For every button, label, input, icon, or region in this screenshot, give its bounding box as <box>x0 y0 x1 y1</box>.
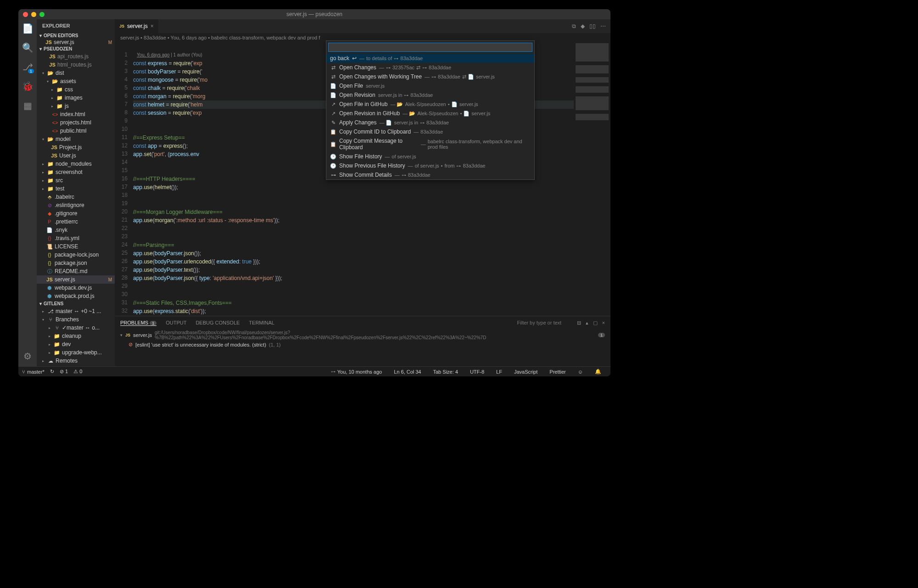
tree-item[interactable]: JShtml_routes.js <box>37 61 115 69</box>
quickinput-item[interactable]: 📋Copy Commit ID to Clipboard— 83a3ddae <box>326 127 534 136</box>
compare-icon[interactable]: ⧉ <box>572 23 576 29</box>
tree-item[interactable]: ⓘREADME.md <box>37 267 115 275</box>
tree-folder[interactable]: ▸📁src <box>37 176 115 185</box>
quickinput-field[interactable] <box>328 43 532 52</box>
status-errors[interactable]: ⊘ 1 <box>60 369 68 375</box>
quickinput-item[interactable]: ↗Open File in GitHub— 📂 Alek-S/pseudozen… <box>326 100 534 109</box>
close-panel-icon[interactable]: × <box>602 320 605 325</box>
tree-item-server-js[interactable]: JSserver.jsM <box>37 275 115 284</box>
project-header[interactable]: ▾PSEUDOZEN <box>37 45 115 52</box>
tree-item[interactable]: <>projects.html <box>37 118 115 127</box>
gitlens-item[interactable]: ▸⎇master ↔ +0 ~1 ... <box>37 307 115 315</box>
status-warnings[interactable]: ⚠ 0 <box>73 369 82 375</box>
tree-folder[interactable]: ▾📂assets <box>37 77 115 85</box>
tree-item[interactable]: 📜LICENSE <box>37 242 115 251</box>
tree-item[interactable]: ◆.gitignore <box>37 209 115 218</box>
minimap[interactable] <box>574 42 610 316</box>
close-window[interactable] <box>23 12 28 17</box>
tree-folder[interactable]: ▸📁css <box>37 85 115 94</box>
tab-server-js[interactable]: JS server.js × <box>115 19 158 33</box>
open-editor-item[interactable]: JS server.js M <box>37 39 115 45</box>
status-blame[interactable]: ⊶You, 10 months ago <box>331 369 382 375</box>
tree-item[interactable]: P.prettierrc <box>37 218 115 226</box>
codelens-blame[interactable]: You, 6 days ago <box>137 52 169 57</box>
gitlens-remotes[interactable]: ▸☁Remotes <box>37 357 115 365</box>
quickinput-item[interactable]: 📋Copy Commit Message to Clipboard— babel… <box>326 136 534 152</box>
debug-icon[interactable]: 🐞 <box>22 81 33 92</box>
quickinput-item[interactable]: ⇄Open Changes— ⊶323575ac ⇄ ⊶83a3ddae <box>326 63 534 72</box>
status-branch[interactable]: ⑂master* <box>22 369 45 375</box>
quickinput-item-goback[interactable]: go back↩ — to details of ⊶83a3ddae <box>326 54 534 63</box>
tab-problems[interactable]: PROBLEMS1 <box>120 320 157 326</box>
tree-item[interactable]: ⬢webpack.dev.js <box>37 284 115 292</box>
status-language[interactable]: JavaScript <box>514 369 537 375</box>
problems-filter-input[interactable] <box>517 320 572 325</box>
gitlens-branch[interactable]: ▸⑂✓ master ↔ o... <box>37 324 115 332</box>
problem-file-row[interactable]: ▾ JS server.js git:/Users/noradbase/Drop… <box>120 330 605 340</box>
tree-folder[interactable]: ▸📁images <box>37 94 115 102</box>
tree-folder[interactable]: ▾📂dist <box>37 69 115 77</box>
notification-bell-icon[interactable]: 🔔 <box>595 369 601 375</box>
tree-item[interactable]: ⊘.eslintignore <box>37 201 115 209</box>
status-prettier[interactable]: Prettier <box>549 369 565 375</box>
tree-item[interactable]: JSUser.js <box>37 151 115 160</box>
gitlens-branches[interactable]: ▾⑂Branches <box>37 315 115 324</box>
tree-item[interactable]: ⬢webpack.prod.js <box>37 292 115 300</box>
problem-item[interactable]: ⊘ [eslint] 'use strict' is unnecessary i… <box>120 340 605 347</box>
extensions-icon[interactable]: ▦ <box>22 100 33 111</box>
collapse-all-icon[interactable]: ⊟ <box>577 320 581 326</box>
gitlens-branch[interactable]: ▸📁dev <box>37 340 115 348</box>
gitlens-branch[interactable]: ▸📁cleanup <box>37 332 115 340</box>
quickinput-item[interactable]: ✎Apply Changes— 📄 server.js in ⊶83a3ddae <box>326 118 534 127</box>
problems-body: ▾ JS server.js git:/Users/noradbase/Drop… <box>115 329 610 366</box>
tree-item[interactable]: 📄.snyk <box>37 226 115 234</box>
zoom-window[interactable] <box>39 12 45 17</box>
split-editor-icon[interactable]: ▯▯ <box>589 23 596 29</box>
tab-output[interactable]: OUTPUT <box>166 320 186 325</box>
gitlens-header[interactable]: ▾GITLENS <box>37 300 115 307</box>
quickinput-item[interactable]: 📄Open Revisionserver.js in ⊶83a3ddae <box>326 90 534 100</box>
status-eol[interactable]: LF <box>496 369 502 375</box>
tree-item[interactable]: ⬘.babelrc <box>37 193 115 201</box>
tab-terminal[interactable]: TERMINAL <box>249 320 274 325</box>
tree-item[interactable]: <>public.html <box>37 127 115 135</box>
explorer-icon[interactable]: 📄 <box>22 23 33 34</box>
diff-icon: ⇄ <box>330 65 336 71</box>
external-link-icon: ↗ <box>330 111 336 117</box>
tree-folder[interactable]: ▸📁node_modules <box>37 160 115 168</box>
tree-folder[interactable]: ▾📂model <box>37 135 115 143</box>
tree-folder[interactable]: ▸📁screenshot <box>37 168 115 176</box>
gitlens-branch[interactable]: ▸📁upgrade-webp... <box>37 348 115 357</box>
status-lncol[interactable]: Ln 6, Col 34 <box>394 369 421 375</box>
search-icon[interactable]: 🔍 <box>22 42 33 53</box>
source-control-icon[interactable]: ⎇1 <box>22 62 33 73</box>
tree-folder[interactable]: ▸📁test <box>37 185 115 193</box>
quickinput-item[interactable]: ⇄Open Changes with Working Tree— ⊶83a3dd… <box>326 72 534 81</box>
tree-item[interactable]: <>index.html <box>37 110 115 118</box>
open-changes-icon[interactable]: ◆ <box>581 23 585 29</box>
quickinput-item[interactable]: ⊶Show Commit Details— ⊶83a3ddae <box>326 170 534 179</box>
minimize-window[interactable] <box>31 12 36 17</box>
settings-gear-icon[interactable]: ⚙ <box>22 351 33 362</box>
tab-debug-console[interactable]: DEBUG CONSOLE <box>196 320 240 325</box>
chevron-up-icon[interactable]: ▴ <box>586 320 588 326</box>
quickinput-item[interactable]: 🕑Show File History— of server.js <box>326 152 534 161</box>
close-tab-icon[interactable]: × <box>151 23 154 29</box>
status-encoding[interactable]: UTF-8 <box>470 369 484 375</box>
tree-item[interactable]: JSProject.js <box>37 143 115 151</box>
tree-folder[interactable]: ▸📁js <box>37 102 115 110</box>
quickinput-item[interactable]: 🕑Show Previous File History— of server.j… <box>326 161 534 170</box>
tree-item[interactable]: {}.travis.yml <box>37 234 115 242</box>
quickinput-item[interactable]: 📄Open Fileserver.js <box>326 81 534 90</box>
tree-item[interactable]: {}package.json <box>37 259 115 267</box>
maximize-panel-icon[interactable]: ▢ <box>593 320 598 326</box>
tree-item[interactable]: {}package-lock.json <box>37 251 115 259</box>
line-gutter: 1234567891011121314151617181920212223242… <box>115 42 133 316</box>
open-editors-header[interactable]: ▾OPEN EDITORS <box>37 32 115 39</box>
feedback-smiley-icon[interactable]: ☺ <box>578 369 583 375</box>
quickinput-item[interactable]: ↗Open Revision in GitHub— 📂 Alek-S/pseud… <box>326 109 534 118</box>
status-indent[interactable]: Tab Size: 4 <box>433 369 458 375</box>
status-sync[interactable]: ↻ <box>50 369 54 375</box>
tree-item[interactable]: JSapi_routes.js <box>37 52 115 61</box>
more-actions-icon[interactable]: ⋯ <box>600 23 606 29</box>
